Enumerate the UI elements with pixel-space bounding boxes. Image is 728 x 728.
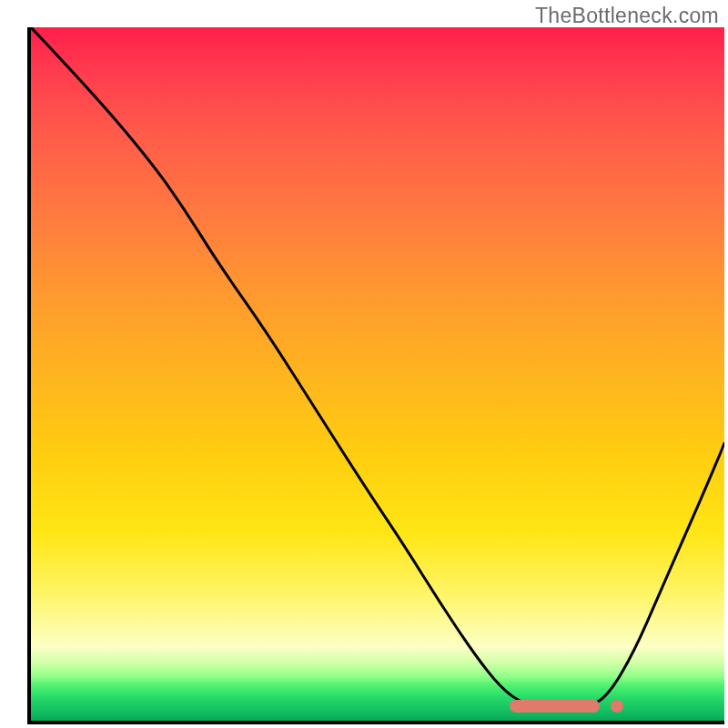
chart-frame: TheBottleneck.com — [0, 0, 728, 728]
optimal-range-dot — [611, 700, 623, 713]
plot-area — [27, 27, 724, 724]
optimal-range-marker — [510, 700, 600, 713]
bottleneck-curve — [31, 27, 724, 709]
curve-layer — [31, 27, 724, 721]
watermark-text: TheBottleneck.com — [535, 4, 719, 28]
